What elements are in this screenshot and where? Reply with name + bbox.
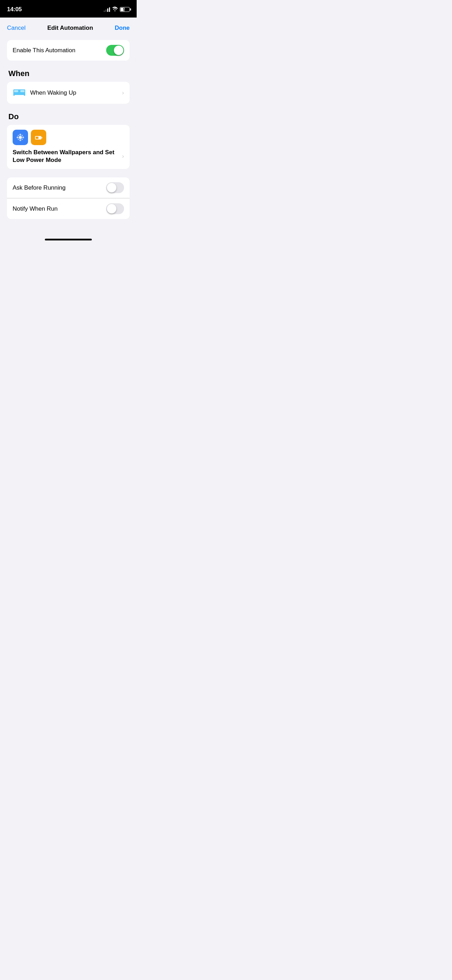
ask-before-running-row: Ask Before Running	[7, 177, 130, 198]
svg-point-10	[22, 137, 24, 138]
enable-automation-row: Enable This Automation	[7, 40, 130, 60]
done-button[interactable]: Done	[115, 24, 130, 32]
enable-automation-label: Enable This Automation	[13, 47, 75, 54]
svg-rect-5	[24, 94, 25, 96]
do-section-header: Do	[7, 112, 130, 121]
svg-point-7	[20, 134, 21, 136]
when-card: When Waking Up ›	[7, 82, 130, 104]
notify-when-run-row: Notify When Run	[7, 198, 130, 219]
ask-before-running-label: Ask Before Running	[13, 185, 65, 191]
svg-rect-16	[41, 137, 42, 138]
battery-icon: 50	[120, 7, 130, 12]
svg-point-8	[20, 140, 21, 141]
svg-point-12	[22, 135, 23, 136]
low-power-icon	[31, 130, 46, 145]
svg-point-14	[22, 139, 23, 140]
notify-when-run-label: Notify When Run	[13, 205, 58, 212]
content-area: Enable This Automation When	[0, 36, 137, 232]
signal-icon	[104, 7, 110, 12]
do-card[interactable]: Switch Between Wallpapers and Set Low Po…	[7, 125, 130, 169]
action-row: Switch Between Wallpapers and Set Low Po…	[13, 149, 124, 164]
wifi-icon	[112, 7, 118, 12]
when-chevron-icon: ›	[122, 89, 124, 96]
notify-toggle-thumb	[107, 204, 116, 213]
do-chevron-icon: ›	[122, 153, 124, 160]
svg-point-13	[18, 139, 19, 140]
bed-icon	[13, 87, 26, 99]
settings-card: Ask Before Running Notify When Run	[7, 177, 130, 219]
status-time: 14:05	[7, 6, 22, 13]
action-icons	[13, 130, 124, 145]
wallpaper-icon	[13, 130, 28, 145]
svg-point-6	[19, 136, 22, 139]
svg-rect-2	[14, 90, 18, 92]
status-bar: 14:05 50	[0, 0, 137, 18]
svg-point-9	[17, 137, 19, 138]
home-indicator	[45, 239, 92, 240]
when-section-header: When	[7, 69, 130, 78]
when-row[interactable]: When Waking Up ›	[7, 82, 130, 104]
edit-automation-sheet: Cancel Edit Automation Done Enable This …	[0, 19, 137, 296]
status-icons: 50	[104, 7, 130, 12]
action-label: Switch Between Wallpapers and Set Low Po…	[13, 149, 119, 164]
notify-when-run-toggle[interactable]	[106, 203, 124, 214]
svg-point-11	[18, 135, 19, 136]
toggle-thumb	[114, 46, 123, 55]
ask-toggle-thumb	[107, 183, 116, 192]
page-title: Edit Automation	[47, 24, 93, 32]
cancel-button[interactable]: Cancel	[7, 24, 25, 32]
enable-automation-card: Enable This Automation	[7, 40, 130, 60]
enable-automation-toggle[interactable]	[106, 45, 124, 56]
svg-rect-4	[13, 94, 15, 96]
nav-bar: Cancel Edit Automation Done	[0, 19, 137, 36]
ask-before-running-toggle[interactable]	[106, 182, 124, 193]
svg-rect-17	[36, 137, 38, 139]
svg-rect-3	[20, 90, 24, 92]
when-waking-up-label: When Waking Up	[30, 89, 118, 96]
